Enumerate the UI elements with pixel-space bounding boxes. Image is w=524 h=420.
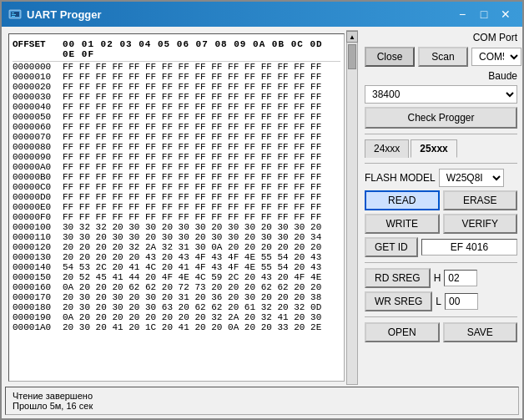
table-row: 0000160 0A 20 20 20 62 62 20 72 73 20 20… — [13, 282, 340, 292]
table-row: 0000130 20 20 20 20 20 43 20 43 4F 43 4F… — [13, 252, 340, 262]
wr-sreg-row: WR SREG L — [365, 291, 517, 311]
rd-sreg-h-label: H — [434, 272, 441, 284]
table-row: 00000C0 FF FF FF FF FF FF FF FF FF FF FF… — [13, 182, 340, 192]
wr-sreg-l-input[interactable] — [445, 293, 478, 310]
table-row: 0000060 FF FF FF FF FF FF FF FF FF FF FF… — [13, 122, 340, 132]
row-data: FF FF FF FF FF FF FF FF FF FF FF FF FF F… — [63, 182, 340, 192]
scroll-up-arrow[interactable]: ▲ — [346, 31, 358, 43]
table-row: 00000D0 FF FF FF FF FF FF FF FF FF FF FF… — [13, 192, 340, 202]
table-row: 0000030 FF FF FF FF FF FF FF FF FF FF FF… — [13, 92, 340, 102]
get-id-row: GET ID EF 4016 — [365, 237, 517, 257]
wr-sreg-l-label: L — [436, 296, 441, 307]
window-title: UART Progger — [27, 8, 452, 21]
row-data: FF FF FF FF FF FF FF FF FF FF FF FF FF F… — [63, 92, 340, 102]
scroll-thumb[interactable] — [348, 44, 356, 69]
tab-25xxx[interactable]: 25xxx — [411, 139, 456, 158]
svg-rect-4 — [12, 16, 15, 17]
row-data: 0A 20 20 20 62 62 20 72 73 20 20 20 62 6… — [63, 282, 340, 292]
wr-sreg-button[interactable]: WR SREG — [365, 291, 432, 311]
row-data: FF FF FF FF FF FF FF FF FF FF FF FF FF F… — [63, 212, 340, 222]
row-data: 20 30 20 41 20 1C 20 41 20 20 0A 20 20 3… — [63, 322, 340, 332]
scrollbar[interactable]: ▲ — [346, 30, 358, 385]
minimize-button[interactable]: − — [452, 6, 472, 23]
row-offset: 0000030 — [13, 92, 63, 102]
row-data: 20 52 45 41 44 20 4F 4E 4C 59 2C 20 43 2… — [63, 272, 340, 282]
row-data: FF FF FF FF FF FF FF FF FF FF FF FF FF F… — [63, 112, 340, 122]
flash-model-label: FLASH MODEL — [365, 172, 436, 184]
get-id-result: EF 4016 — [421, 239, 517, 256]
check-progger-button[interactable]: Check Progger — [365, 107, 517, 129]
erase-button[interactable]: ERASE — [443, 190, 518, 210]
hex-dump-panel: OFFSET 00 01 02 03 04 05 06 07 08 09 0A … — [8, 33, 345, 382]
divider-2 — [365, 163, 517, 164]
table-row: 0000170 20 30 20 30 20 30 20 31 20 36 20… — [13, 292, 340, 302]
table-row: 0000040 FF FF FF FF FF FF FF FF FF FF FF… — [13, 102, 340, 112]
close-button[interactable]: Close — [365, 47, 415, 67]
baud-select[interactable]: 38400 9600 19200 57600 115200 — [365, 85, 517, 104]
hex-body[interactable]: 0000000 FF FF FF FF FF FF FF FF FF FF FF… — [13, 62, 340, 377]
table-row: 0000090 FF FF FF FF FF FF FF FF FF FF FF… — [13, 152, 340, 162]
rd-sreg-button[interactable]: RD SREG — [365, 268, 431, 288]
row-data: FF FF FF FF FF FF FF FF FF FF FF FF FF F… — [63, 82, 340, 92]
row-offset: 00000C0 — [13, 182, 63, 192]
get-id-button[interactable]: GET ID — [365, 237, 418, 257]
close-window-button[interactable]: ✕ — [496, 6, 516, 23]
read-erase-row: READ ERASE — [365, 190, 517, 210]
baud-select-row: 38400 9600 19200 57600 115200 — [365, 85, 517, 104]
table-row: 0000140 54 53 2C 20 41 4C 20 41 4F 43 4F… — [13, 262, 340, 272]
row-offset: 0000110 — [13, 232, 63, 242]
row-offset: 0000160 — [13, 282, 63, 292]
row-offset: 00000D0 — [13, 192, 63, 202]
row-offset: 0000090 — [13, 152, 63, 162]
offset-header: OFFSET — [13, 39, 63, 59]
write-button[interactable]: WRITE — [365, 214, 440, 234]
com-controls-row: Close Scan COM5 COM1 COM2 COM3 COM4 — [365, 47, 517, 67]
divider-3 — [365, 262, 517, 263]
com-port-select[interactable]: COM5 COM1 COM2 COM3 COM4 — [471, 48, 521, 66]
flash-model-select[interactable]: W25Q8I W25Q16 W25Q32 W25Q64 — [439, 169, 504, 187]
table-row: 00000E0 FF FF FF FF FF FF FF FF FF FF FF… — [13, 202, 340, 212]
scan-button[interactable]: Scan — [418, 47, 468, 67]
main-window: UART Progger − □ ✕ OFFSET 00 01 02 03 04… — [0, 0, 524, 420]
row-offset: 0000100 — [13, 222, 63, 232]
title-bar: UART Progger − □ ✕ — [2, 2, 522, 27]
row-data: 20 30 20 30 20 30 63 20 62 62 20 61 32 2… — [63, 302, 340, 312]
row-offset: 00000F0 — [13, 212, 63, 222]
table-row: 00000F0 FF FF FF FF FF FF FF FF FF FF FF… — [13, 212, 340, 222]
open-button[interactable]: OPEN — [365, 322, 440, 342]
table-row: 0000020 FF FF FF FF FF FF FF FF FF FF FF… — [13, 82, 340, 92]
table-row: 0000010 FF FF FF FF FF FF FF FF FF FF FF… — [13, 72, 340, 82]
verify-button[interactable]: VERIFY — [443, 214, 518, 234]
rd-sreg-h-input[interactable] — [444, 270, 477, 286]
bytes-header: 00 01 02 03 04 05 06 07 08 09 0A 0B 0C 0… — [63, 39, 340, 59]
row-offset: 0000020 — [13, 82, 63, 92]
row-offset: 0000180 — [13, 302, 63, 312]
tab-24xxx[interactable]: 24xxx — [365, 139, 409, 158]
hex-header: OFFSET 00 01 02 03 04 05 06 07 08 09 0A … — [13, 38, 340, 62]
com-port-label: COM Port — [473, 32, 517, 43]
table-row: 00000A0 FF FF FF FF FF FF FF FF FF FF FF… — [13, 162, 340, 172]
divider-4 — [365, 316, 517, 317]
read-button[interactable]: READ — [365, 190, 440, 210]
row-data: 20 30 20 30 20 30 20 31 20 36 20 30 20 2… — [63, 292, 340, 302]
row-offset: 0000120 — [13, 242, 63, 252]
row-data: FF FF FF FF FF FF FF FF FF FF FF FF FF F… — [63, 142, 340, 152]
row-offset: 0000060 — [13, 122, 63, 132]
write-verify-row: WRITE VERIFY — [365, 214, 517, 234]
save-button[interactable]: SAVE — [443, 322, 518, 342]
baud-label: Baude — [488, 70, 517, 82]
table-row: 00001A0 20 30 20 41 20 1C 20 41 20 20 0A… — [13, 322, 340, 332]
row-offset: 00000A0 — [13, 162, 63, 172]
row-data: 0A 20 20 20 20 20 20 20 20 32 2A 20 32 4… — [63, 312, 340, 322]
row-data: 20 20 20 20 20 43 20 43 4F 43 4F 4E 55 5… — [63, 252, 340, 262]
row-data: FF FF FF FF FF FF FF FF FF FF FF FF FF F… — [63, 72, 340, 82]
table-row: 00000B0 FF FF FF FF FF FF FF FF FF FF FF… — [13, 172, 340, 182]
open-save-row: OPEN SAVE — [365, 322, 517, 342]
control-panel: COM Port Close Scan COM5 COM1 COM2 COM3 … — [360, 27, 522, 387]
row-data: FF FF FF FF FF FF FF FF FF FF FF FF FF F… — [63, 192, 340, 202]
baud-row: Baude — [365, 70, 517, 82]
maximize-button[interactable]: □ — [474, 6, 494, 23]
row-data: FF FF FF FF FF FF FF FF FF FF FF FF FF F… — [63, 132, 340, 142]
row-data: 30 30 20 30 30 20 30 30 20 30 30 20 30 3… — [63, 232, 340, 242]
main-content: OFFSET 00 01 02 03 04 05 06 07 08 09 0A … — [2, 27, 522, 387]
